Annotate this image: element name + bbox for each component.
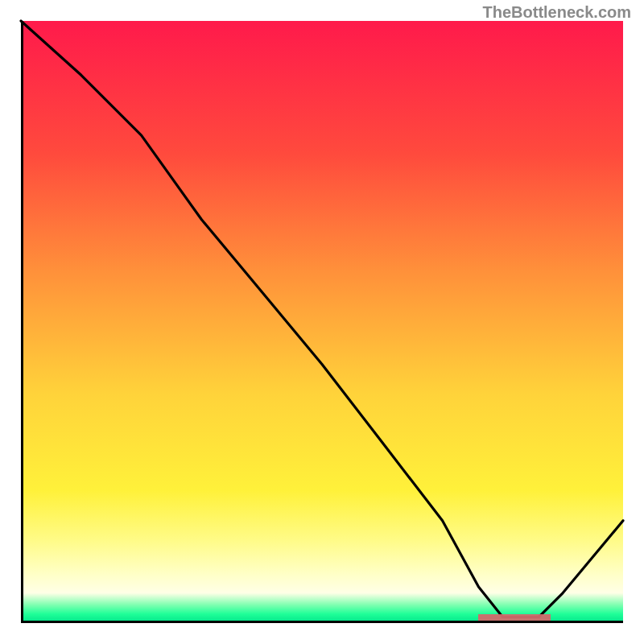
bottleneck-curve <box>21 21 623 623</box>
chart-container: TheBottleneck.com <box>0 0 644 644</box>
x-axis <box>21 621 623 623</box>
attribution-label: TheBottleneck.com <box>483 3 631 22</box>
y-axis <box>21 21 23 623</box>
